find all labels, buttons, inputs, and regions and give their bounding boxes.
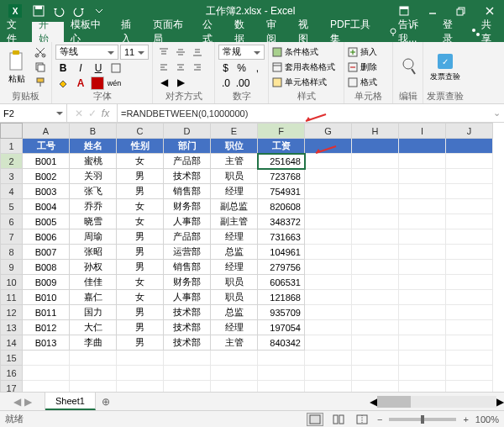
cell[interactable]: 经理: [211, 320, 258, 335]
cell[interactable]: [446, 245, 493, 260]
confirm-formula-icon[interactable]: ✓: [88, 108, 97, 119]
cell[interactable]: 731663: [258, 229, 305, 245]
tab-layout[interactable]: 页面布局: [146, 22, 197, 42]
cell[interactable]: [352, 290, 399, 305]
currency-icon[interactable]: $: [218, 61, 233, 75]
cell[interactable]: 技术部: [164, 335, 211, 351]
view-pagebreak-icon[interactable]: [354, 413, 370, 426]
cell[interactable]: [446, 139, 493, 154]
tab-pdf[interactable]: PDF工具集: [323, 22, 383, 42]
row-header[interactable]: 1: [1, 139, 23, 154]
row-header[interactable]: 15: [1, 351, 23, 366]
tab-review[interactable]: 审阅: [260, 22, 291, 42]
cell[interactable]: [352, 139, 399, 154]
col-header[interactable]: B: [70, 124, 117, 139]
cell[interactable]: 销售部: [164, 260, 211, 275]
editing-button[interactable]: [396, 55, 420, 79]
cell[interactable]: [399, 305, 446, 320]
cell[interactable]: [352, 335, 399, 351]
cell[interactable]: 经理: [211, 184, 258, 199]
row-header[interactable]: 7: [1, 229, 23, 245]
name-box[interactable]: F2: [0, 104, 67, 122]
row-header[interactable]: 11: [1, 290, 23, 305]
cell[interactable]: [352, 229, 399, 245]
cell[interactable]: [352, 275, 399, 290]
row-header[interactable]: 12: [1, 305, 23, 320]
cell[interactable]: B006: [23, 229, 70, 245]
percent-icon[interactable]: %: [234, 61, 249, 75]
cell[interactable]: 副总监: [211, 199, 258, 214]
align-middle-icon[interactable]: [173, 45, 188, 59]
cell[interactable]: 职员: [211, 275, 258, 290]
cell[interactable]: [446, 305, 493, 320]
cell[interactable]: [399, 290, 446, 305]
cell[interactable]: [399, 245, 446, 260]
cell[interactable]: [399, 139, 446, 154]
cell[interactable]: 关羽: [70, 169, 117, 184]
cell[interactable]: [305, 184, 352, 199]
cell[interactable]: 姓名: [70, 139, 117, 154]
paste-button[interactable]: 粘贴: [3, 48, 29, 87]
cell[interactable]: [446, 366, 493, 381]
cell[interactable]: [305, 260, 352, 275]
cell[interactable]: [70, 381, 117, 393]
cell[interactable]: [446, 184, 493, 199]
cell[interactable]: 女: [117, 214, 164, 229]
qat-redo-icon[interactable]: [71, 3, 87, 19]
col-header[interactable]: F: [258, 124, 305, 139]
font-color-swatch[interactable]: [91, 76, 104, 90]
cell[interactable]: 职位: [211, 139, 258, 154]
cell[interactable]: [446, 260, 493, 275]
row-header[interactable]: 13: [1, 320, 23, 335]
cell[interactable]: [399, 351, 446, 366]
expand-formula-icon[interactable]: ⌄: [493, 108, 501, 119]
cell[interactable]: 经理: [211, 260, 258, 275]
hscroll-thumb[interactable]: [377, 396, 411, 408]
cell[interactable]: 工资: [258, 139, 305, 154]
cell[interactable]: 男: [117, 320, 164, 335]
cell[interactable]: [352, 169, 399, 184]
cell[interactable]: [117, 381, 164, 393]
cell[interactable]: [352, 366, 399, 381]
cell[interactable]: 经理: [211, 229, 258, 245]
tab-insert[interactable]: 插入: [114, 22, 146, 42]
qat-save-icon[interactable]: [30, 3, 47, 19]
cell[interactable]: [446, 199, 493, 214]
cell[interactable]: [446, 214, 493, 229]
horizontal-scrollbar[interactable]: ◀ ▶: [370, 393, 504, 410]
cell[interactable]: 孙权: [70, 260, 117, 275]
cell[interactable]: [399, 320, 446, 335]
cell[interactable]: B013: [23, 335, 70, 351]
scroll-right-icon[interactable]: ▶: [496, 396, 504, 408]
cell[interactable]: [117, 351, 164, 366]
zoom-in-button[interactable]: +: [463, 414, 468, 424]
cell[interactable]: 蜜桃: [70, 154, 117, 169]
cell[interactable]: B003: [23, 184, 70, 199]
fx-icon[interactable]: fx: [102, 108, 109, 119]
align-top-icon[interactable]: [156, 45, 171, 59]
cell[interactable]: B005: [23, 214, 70, 229]
cell[interactable]: 总监: [211, 305, 258, 320]
bold-button[interactable]: B: [55, 61, 71, 75]
cell[interactable]: [211, 381, 258, 393]
row-header[interactable]: 14: [1, 335, 23, 351]
tab-file[interactable]: 文件: [0, 22, 32, 42]
format-cells-button[interactable]: 格式: [348, 76, 377, 88]
cell[interactable]: [211, 351, 258, 366]
fill-color-button[interactable]: [55, 76, 71, 90]
cell[interactable]: [352, 320, 399, 335]
font-name-combo[interactable]: 等线: [55, 45, 118, 60]
cell[interactable]: B010: [23, 290, 70, 305]
align-bottom-icon[interactable]: [190, 45, 205, 59]
cell[interactable]: [446, 351, 493, 366]
cell[interactable]: [70, 366, 117, 381]
cell[interactable]: 产品部: [164, 229, 211, 245]
cell[interactable]: 技术部: [164, 320, 211, 335]
cell[interactable]: [446, 275, 493, 290]
cell[interactable]: [352, 184, 399, 199]
cell[interactable]: [258, 366, 305, 381]
dec-decimal-icon[interactable]: .00: [235, 76, 250, 90]
view-normal-icon[interactable]: [307, 413, 323, 426]
cell[interactable]: [305, 351, 352, 366]
cell[interactable]: [399, 229, 446, 245]
